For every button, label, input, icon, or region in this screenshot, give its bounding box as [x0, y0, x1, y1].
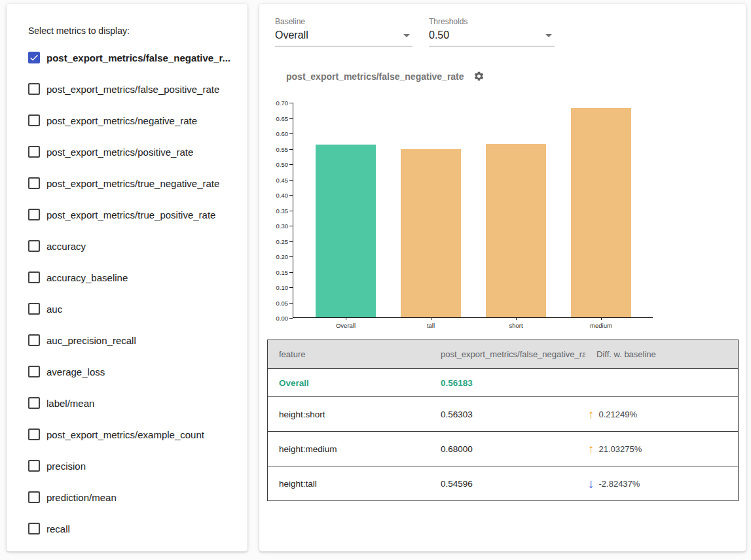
- metric-checkbox-item[interactable]: average_loss: [7, 356, 247, 387]
- x-axis-tick-label: short: [509, 322, 522, 329]
- y-axis-tick-mark: [289, 241, 293, 242]
- thresholds-select-value[interactable]: 0.50: [429, 26, 555, 46]
- gear-icon[interactable]: [473, 71, 485, 82]
- checkbox-unchecked-icon[interactable]: [28, 429, 40, 440]
- metric-checkbox-label: post_export_metrics/example_count: [46, 429, 204, 440]
- metric-checkbox-label: post_export_metrics/true_negative_rate: [46, 178, 219, 189]
- diff-value: -2.82437%: [599, 479, 640, 489]
- x-axis-tick-label: tall: [427, 322, 435, 329]
- checkbox-unchecked-icon[interactable]: [28, 83, 40, 95]
- checkbox-unchecked-icon[interactable]: [28, 209, 40, 220]
- y-axis-tick-mark: [289, 118, 293, 119]
- metric-checkbox-item[interactable]: post_export_metrics/negative_rate: [7, 105, 247, 136]
- bar-medium[interactable]: [571, 108, 631, 317]
- chart-title-row: post_export_metrics/false_negative_rate: [286, 71, 485, 82]
- checkbox-unchecked-icon[interactable]: [28, 271, 40, 283]
- metric-checkbox-item[interactable]: recall: [7, 513, 247, 544]
- x-axis-tick-label: Overall: [336, 322, 356, 329]
- y-axis-tick-label: 0.30: [268, 222, 288, 230]
- metric-list: post_export_metrics/false_negative_r...p…: [7, 42, 247, 544]
- metric-checkbox-label: auc: [46, 304, 62, 315]
- y-axis-tick-label: 0.60: [268, 130, 288, 137]
- metric-checkbox-label: precision: [46, 461, 86, 472]
- bar-short[interactable]: [486, 144, 546, 317]
- checkbox-unchecked-icon[interactable]: [28, 303, 40, 315]
- checkbox-unchecked-icon[interactable]: [28, 523, 40, 534]
- y-axis-tick-mark: [289, 287, 293, 288]
- y-axis-tick-label: 0.65: [268, 115, 288, 122]
- y-axis-tick-mark: [289, 226, 293, 226]
- metric-checkbox-label: post_export_metrics/false_positive_rate: [46, 84, 219, 95]
- arrow-down-icon: ↓: [588, 478, 595, 490]
- bar-tall[interactable]: [401, 149, 461, 317]
- metric-checkbox-item[interactable]: post_export_metrics/example_count: [7, 419, 247, 450]
- checkbox-unchecked-icon[interactable]: [28, 491, 40, 503]
- y-axis-tick-mark: [289, 103, 293, 103]
- bar-Overall[interactable]: [316, 145, 376, 317]
- metric-checkbox-label: average_loss: [46, 366, 105, 377]
- table-row[interactable]: height:tall0.54596↓-2.82437%: [268, 466, 738, 500]
- y-axis-tick-label: 0.55: [268, 146, 288, 153]
- checkbox-unchecked-icon[interactable]: [28, 334, 40, 346]
- y-axis-tick-label: 0.20: [268, 253, 288, 260]
- metric-checkbox-item[interactable]: accuracy_baseline: [7, 262, 247, 293]
- y-axis-tick-label: 0.35: [268, 207, 288, 215]
- y-axis-tick-label: 0.15: [268, 269, 288, 276]
- chevron-down-icon: [545, 34, 552, 37]
- y-axis-tick-mark: [289, 256, 293, 257]
- y-axis-tick-mark: [289, 149, 293, 150]
- baseline-select[interactable]: Baseline Overall: [275, 17, 412, 46]
- checkbox-unchecked-icon[interactable]: [28, 146, 40, 158]
- y-axis-tick-mark: [289, 272, 293, 273]
- y-axis-tick-label: 0.25: [268, 238, 288, 245]
- diff-value: 0.21249%: [599, 410, 638, 419]
- arrow-up-icon: ↑: [588, 443, 595, 455]
- metric-checkbox-label: post_export_metrics/false_negative_r...: [46, 52, 230, 63]
- y-axis-tick-label: 0.05: [268, 300, 288, 307]
- x-axis-tick-label: medium: [590, 322, 612, 329]
- metric-detail-panel: Baseline Overall Thresholds 0.50 post_ex…: [259, 4, 746, 551]
- metric-selector-panel: Select metrics to display: post_export_m…: [7, 4, 247, 551]
- metric-checkbox-item[interactable]: post_export_metrics/true_positive_rate: [7, 199, 247, 230]
- y-axis-tick-mark: [289, 318, 293, 319]
- table-header-cell: feature: [268, 349, 430, 359]
- metric-checkbox-item[interactable]: post_export_metrics/false_negative_r...: [7, 42, 247, 73]
- baseline-select-value[interactable]: Overall: [275, 26, 412, 46]
- checkbox-unchecked-icon[interactable]: [28, 366, 40, 377]
- table-row[interactable]: height:short0.56303↑0.21249%: [268, 396, 738, 431]
- metric-checkbox-item[interactable]: auc_precision_recall: [7, 324, 247, 356]
- metric-checkbox-item[interactable]: auc: [7, 293, 247, 324]
- metric-checkbox-item[interactable]: label/mean: [7, 387, 247, 419]
- baseline-select-label: Baseline: [275, 17, 412, 26]
- metric-checkbox-label: label/mean: [46, 398, 94, 409]
- metric-checkbox-item[interactable]: prediction/mean: [7, 481, 247, 513]
- metric-checkbox-item[interactable]: post_export_metrics/true_negative_rate: [7, 167, 247, 199]
- table-row[interactable]: Overall0.56183: [268, 368, 738, 396]
- x-axis-tick-mark: [346, 317, 346, 320]
- metric-checkbox-item[interactable]: accuracy: [7, 230, 247, 262]
- chart-title: post_export_metrics/false_negative_rate: [286, 71, 464, 82]
- metric-checkbox-item[interactable]: precision: [7, 450, 247, 481]
- metric-value-cell: 0.56183: [430, 378, 585, 388]
- checkbox-unchecked-icon[interactable]: [28, 177, 40, 189]
- metric-checkbox-label: auc_precision_recall: [46, 335, 136, 346]
- diff-cell: ↑0.21249%: [585, 408, 738, 421]
- checkbox-checked-icon[interactable]: [28, 52, 40, 63]
- checkbox-unchecked-icon[interactable]: [28, 114, 40, 126]
- checkbox-unchecked-icon[interactable]: [28, 397, 40, 409]
- y-axis-tick-mark: [289, 180, 293, 181]
- metric-checkbox-item[interactable]: post_export_metrics/positive_rate: [7, 136, 247, 167]
- checkbox-unchecked-icon[interactable]: [28, 240, 40, 252]
- diff-cell: ↑21.03275%: [585, 443, 738, 455]
- metric-checkbox-item[interactable]: post_export_metrics/false_positive_rate: [7, 73, 247, 105]
- feature-cell: height:tall: [268, 479, 430, 489]
- metric-value-cell: 0.56303: [430, 410, 585, 419]
- table-header-row: featurepost_export_metrics/false_negativ…: [268, 340, 738, 368]
- table-row[interactable]: height:medium0.68000↑21.03275%: [268, 431, 738, 466]
- x-axis-tick-mark: [431, 317, 431, 320]
- y-axis-tick-label: 0.10: [268, 284, 288, 291]
- metric-value-cell: 0.68000: [430, 444, 585, 454]
- checkbox-unchecked-icon[interactable]: [28, 460, 40, 472]
- y-axis-tick-mark: [289, 211, 293, 211]
- thresholds-select[interactable]: Thresholds 0.50: [429, 17, 555, 46]
